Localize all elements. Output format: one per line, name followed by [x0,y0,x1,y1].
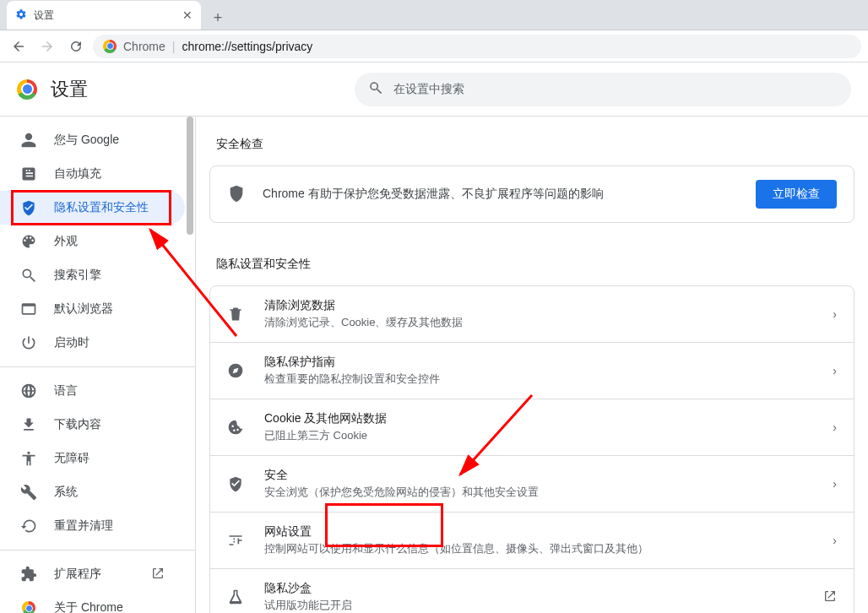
item-subtitle: 试用版功能已开启 [264,598,803,613]
chevron-right-icon: › [833,477,837,491]
sidebar-item-you-and-google[interactable]: 您与 Google [0,123,185,157]
omnibox[interactable]: Chrome | chrome://settings/privacy [93,35,861,58]
shield-check-icon [227,475,244,492]
item-title: 安全 [264,468,812,483]
item-cookies[interactable]: Cookie 及其他网站数据 已阻止第三方 Cookie › [210,399,854,455]
sidebar-item-label: 系统 [54,485,78,500]
item-title: 隐私沙盒 [264,581,803,596]
sidebar-item-label: 默认浏览器 [54,301,113,317]
autofill-icon [20,165,37,182]
chevron-right-icon: › [833,364,837,377]
back-button[interactable] [7,35,30,58]
item-subtitle: 安全浏览（保护您免受危险网站的侵害）和其他安全设置 [264,485,812,500]
sidebar-item-downloads[interactable]: 下载内容 [0,408,185,442]
external-link-icon [151,567,165,583]
shield-icon [227,184,246,205]
new-tab-button[interactable]: + [206,6,230,30]
scrollbar-thumb[interactable] [187,117,193,235]
search-icon [368,80,383,98]
tab-strip: 设置 ✕ + [0,0,868,30]
sidebar-item-system[interactable]: 系统 [0,475,185,509]
chevron-right-icon: › [833,307,837,321]
restore-icon [20,518,37,534]
sidebar-item-label: 启动时 [54,335,90,350]
item-subtitle: 已阻止第三方 Cookie [264,428,812,443]
gear-icon [15,8,27,23]
browser-toolbar: Chrome | chrome://settings/privacy [0,30,868,62]
palette-icon [20,233,37,250]
sidebar-item-label: 无障碍 [54,451,90,466]
tune-icon [227,532,244,549]
item-title: 清除浏览数据 [264,298,812,313]
omnibox-scheme: Chrome [123,40,165,53]
chrome-icon [20,599,37,613]
item-subtitle: 控制网站可以使用和显示什么信息（如位置信息、摄像头、弹出式窗口及其他） [264,541,812,556]
item-privacy-sandbox[interactable]: 隐私沙盒 试用版功能已开启 [210,568,854,613]
sidebar-item-label: 外观 [54,234,78,249]
settings-search[interactable]: 在设置中搜索 [355,73,851,106]
omnibox-url: chrome://settings/privacy [182,40,312,53]
sidebar-item-about[interactable]: 关于 Chrome [0,591,185,613]
forward-button[interactable] [35,35,59,58]
sidebar-item-languages[interactable]: 语言 [0,374,185,408]
item-title: 隐私保护指南 [264,355,812,370]
sidebar-item-reset[interactable]: 重置并清理 [0,509,185,543]
item-clear-browsing-data[interactable]: 清除浏览数据 清除浏览记录、Cookie、缓存及其他数据 › [210,286,854,342]
item-subtitle: 检查重要的隐私控制设置和安全控件 [264,372,812,387]
run-safety-check-button[interactable]: 立即检查 [756,180,837,209]
download-icon [20,416,37,433]
search-placeholder: 在设置中搜索 [393,82,464,97]
cookie-icon [227,419,244,436]
globe-icon [20,382,37,399]
section-title-safety: 安全检查 [216,137,861,152]
sidebar-item-label: 您与 Google [54,133,119,148]
sidebar-item-startup[interactable]: 启动时 [0,326,185,360]
sidebar-item-label: 自动填充 [54,166,101,182]
settings-main: 安全检查 Chrome 有助于保护您免受数据泄露、不良扩展程序等问题的影响 立即… [196,117,868,613]
privacy-list: 清除浏览数据 清除浏览记录、Cookie、缓存及其他数据 › 隐私保护指南 检查… [209,285,854,613]
item-security[interactable]: 安全 安全浏览（保护您免受危险网站的侵害）和其他安全设置 › [210,455,854,512]
section-title-privacy: 隐私设置和安全性 [216,257,861,272]
shield-icon [20,199,37,216]
compass-icon [227,362,244,379]
search-icon [20,267,37,284]
sidebar-item-label: 下载内容 [54,417,101,432]
close-icon[interactable]: ✕ [182,8,193,22]
person-icon [20,132,37,149]
external-link-icon [823,589,837,605]
item-site-settings[interactable]: 网站设置 控制网站可以使用和显示什么信息（如位置信息、摄像头、弹出式窗口及其他）… [210,512,854,568]
sidebar-item-autofill[interactable]: 自动填充 [0,157,185,191]
chrome-icon [103,40,117,53]
sidebar-item-label: 关于 Chrome [54,600,123,613]
safety-check-card: Chrome 有助于保护您免受数据泄露、不良扩展程序等问题的影响 立即检查 [209,165,854,223]
sidebar-item-label: 搜索引擎 [54,268,101,283]
chrome-logo-icon [17,79,37,100]
reload-button[interactable] [64,35,88,58]
sidebar-item-privacy[interactable]: 隐私设置和安全性 [0,191,185,225]
sidebar-item-label: 扩展程序 [54,567,101,582]
sidebar-item-accessibility[interactable]: 无障碍 [0,442,185,475]
nav-divider [0,550,195,551]
sidebar-item-default-browser[interactable]: 默认浏览器 [0,292,185,326]
nav-divider [0,366,195,367]
page-title: 设置 [51,77,88,102]
item-subtitle: 清除浏览记录、Cookie、缓存及其他数据 [264,315,812,330]
chevron-right-icon: › [833,420,837,434]
browser-icon [20,301,37,317]
item-title: 网站设置 [264,524,812,540]
sidebar-item-extensions[interactable]: 扩展程序 [0,557,185,591]
sidebar-item-label: 重置并清理 [54,518,113,534]
trash-icon [227,306,244,323]
item-privacy-guide[interactable]: 隐私保护指南 检查重要的隐私控制设置和安全控件 › [210,342,854,399]
accessibility-icon [20,450,37,467]
settings-header: 设置 在设置中搜索 [0,62,868,117]
browser-tab[interactable]: 设置 ✕ [7,1,201,30]
sidebar-item-label: 隐私设置和安全性 [54,200,149,215]
chevron-right-icon: › [833,534,837,547]
sidebar-item-label: 语言 [54,383,78,399]
sidebar-item-search-engine[interactable]: 搜索引擎 [0,258,185,292]
extension-icon [20,566,37,583]
sidebar-item-appearance[interactable]: 外观 [0,225,185,258]
item-title: Cookie 及其他网站数据 [264,411,812,426]
wrench-icon [20,484,37,501]
